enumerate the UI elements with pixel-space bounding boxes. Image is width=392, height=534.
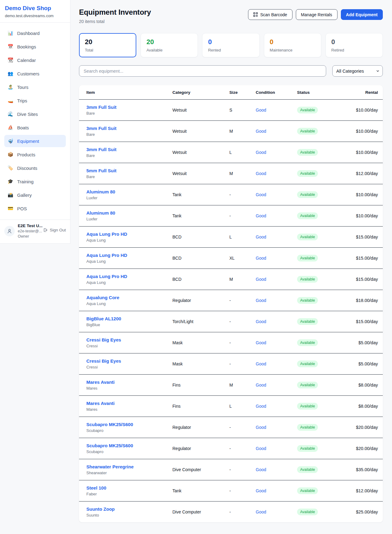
condition-link[interactable]: Good <box>256 446 297 451</box>
size-cell: - <box>229 446 256 451</box>
item-link[interactable]: 3mm Full Suit <box>86 147 172 152</box>
item-link[interactable]: Aluminum 80 <box>86 210 172 216</box>
sign-out-button[interactable]: Sign Out <box>43 228 66 232</box>
nav-item-icon: 📅 <box>7 44 13 49</box>
status-cell: Available <box>297 276 326 283</box>
condition-link[interactable]: Good <box>256 213 297 218</box>
category-select[interactable]: All Categories <box>332 65 383 77</box>
category-cell: BCD <box>172 235 229 239</box>
filters-row: All Categories <box>79 65 383 77</box>
sidebar-item-bookings[interactable]: 📅 Bookings <box>4 40 66 53</box>
stat-card-available[interactable]: 20 Available <box>141 33 198 57</box>
item-link[interactable]: BigBlue AL1200 <box>86 316 172 321</box>
item-link[interactable]: Mares Avanti <box>86 380 172 385</box>
condition-link[interactable]: Good <box>256 467 297 472</box>
item-link[interactable]: Cressi Big Eyes <box>86 358 172 364</box>
size-cell: - <box>229 298 256 303</box>
item-link[interactable]: Aqua Lung Pro HD <box>86 231 172 237</box>
avatar <box>4 226 15 236</box>
condition-link[interactable]: Good <box>256 277 297 282</box>
condition-link[interactable]: Good <box>256 509 297 514</box>
condition-link[interactable]: Good <box>256 256 297 261</box>
sidebar-item-training[interactable]: 🎓 Training <box>4 175 66 188</box>
condition-link[interactable]: Good <box>256 383 297 387</box>
sidebar-item-boats[interactable]: ⛵ Boats <box>4 121 66 134</box>
item-brand: Cressi <box>86 344 172 348</box>
condition-link[interactable]: Good <box>256 235 297 239</box>
stat-card-retired[interactable]: 0 Retired <box>326 33 383 57</box>
status-badge: Available <box>297 149 318 156</box>
sidebar-item-products[interactable]: 📦 Products <box>4 148 66 161</box>
condition-link[interactable]: Good <box>256 298 297 303</box>
stat-label: Maintenance <box>270 48 315 52</box>
category-cell: Tank <box>172 488 229 493</box>
add-equipment-button[interactable]: Add Equipment <box>341 9 383 20</box>
item-link[interactable]: 3mm Full Suit <box>86 126 172 131</box>
sidebar-item-tours[interactable]: 🏝️ Tours <box>4 81 66 93</box>
rental-cell: $8.00/day <box>326 383 378 387</box>
sidebar-item-trips[interactable]: 🚤 Trips <box>4 94 66 107</box>
stat-card-rented[interactable]: 0 Rented <box>202 33 259 57</box>
sidebar-item-calendar[interactable]: 📆 Calendar <box>4 54 66 66</box>
status-cell: Available <box>297 318 326 325</box>
item-link[interactable]: Steel 100 <box>86 485 172 490</box>
item-cell: Aluminum 80 Luxfer <box>86 189 172 200</box>
rental-cell: $12.00/day <box>326 171 378 176</box>
stat-card-maintenance[interactable]: 0 Maintenance <box>264 33 321 57</box>
sidebar-item-gallery[interactable]: 📸 Gallery <box>4 189 66 201</box>
item-link[interactable]: Scubapro MK25/S600 <box>86 443 172 448</box>
condition-link[interactable]: Good <box>256 425 297 430</box>
nav-item-label: POS <box>17 206 27 211</box>
condition-link[interactable]: Good <box>256 192 297 197</box>
item-link[interactable]: Cressi Big Eyes <box>86 337 172 342</box>
category-select-value: All Categories <box>336 69 364 74</box>
manage-rentals-button[interactable]: Manage Rentals <box>296 9 337 20</box>
condition-link[interactable]: Good <box>256 150 297 155</box>
user-name: E2E Test U... <box>18 223 40 228</box>
item-brand: Aqua Lung <box>86 280 172 285</box>
category-cell: Tank <box>172 213 229 218</box>
category-cell: Wetsuit <box>172 129 229 134</box>
nav-item-icon: 💳 <box>7 206 13 211</box>
condition-link[interactable]: Good <box>256 319 297 324</box>
condition-link[interactable]: Good <box>256 488 297 493</box>
item-link[interactable]: Aluminum 80 <box>86 189 172 194</box>
scan-barcode-button[interactable]: Scan Barcode <box>248 9 292 20</box>
sidebar-item-pos[interactable]: 💳 POS <box>4 202 66 215</box>
condition-link[interactable]: Good <box>256 129 297 134</box>
stat-card-total[interactable]: 20 Total <box>79 33 136 57</box>
table-row: Cressi Big Eyes Cressi Mask - Good Avail… <box>79 353 383 374</box>
category-cell: Dive Computer <box>172 467 229 472</box>
item-link[interactable]: 5mm Full Suit <box>86 168 172 173</box>
item-cell: Shearwater Peregrine Shearwater <box>86 464 172 475</box>
item-link[interactable]: Aqua Lung Pro HD <box>86 253 172 258</box>
item-link[interactable]: Aqualung Core <box>86 295 172 300</box>
item-link[interactable]: 3mm Full Suit <box>86 105 172 110</box>
sidebar-item-discounts[interactable]: 🏷️ Discounts <box>4 162 66 174</box>
item-link[interactable]: Shearwater Peregrine <box>86 464 172 469</box>
condition-link[interactable]: Good <box>256 361 297 366</box>
user-meta: E2E Test U... e2e-tester@... Owner <box>18 223 40 238</box>
status-cell: Available <box>297 360 326 367</box>
sidebar-item-dive-sites[interactable]: 🌊 Dive Sites <box>4 108 66 120</box>
nav-item-label: Equipment <box>17 139 39 144</box>
condition-link[interactable]: Good <box>256 404 297 409</box>
sidebar-item-customers[interactable]: 👥 Customers <box>4 67 66 80</box>
condition-link[interactable]: Good <box>256 108 297 113</box>
item-brand: Bare <box>86 132 172 137</box>
status-cell: Available <box>297 128 326 135</box>
size-cell: S <box>229 108 256 113</box>
status-badge: Available <box>297 276 318 283</box>
item-link[interactable]: Suunto Zoop <box>86 506 172 512</box>
sidebar-item-equipment[interactable]: 🤿 Equipment <box>4 135 66 147</box>
item-link[interactable]: Aqua Lung Pro HD <box>86 274 172 279</box>
sidebar-item-dashboard[interactable]: 📊 Dashboard <box>4 27 66 39</box>
item-link[interactable]: Scubapro MK25/S600 <box>86 422 172 427</box>
item-link[interactable]: Mares Avanti <box>86 401 172 406</box>
item-cell: Aqua Lung Pro HD Aqua Lung <box>86 231 172 242</box>
search-input[interactable] <box>79 65 326 77</box>
nav-item-icon: 🤿 <box>7 138 13 144</box>
items-total-count: 20 items total <box>79 19 151 24</box>
condition-link[interactable]: Good <box>256 171 297 176</box>
condition-link[interactable]: Good <box>256 340 297 345</box>
